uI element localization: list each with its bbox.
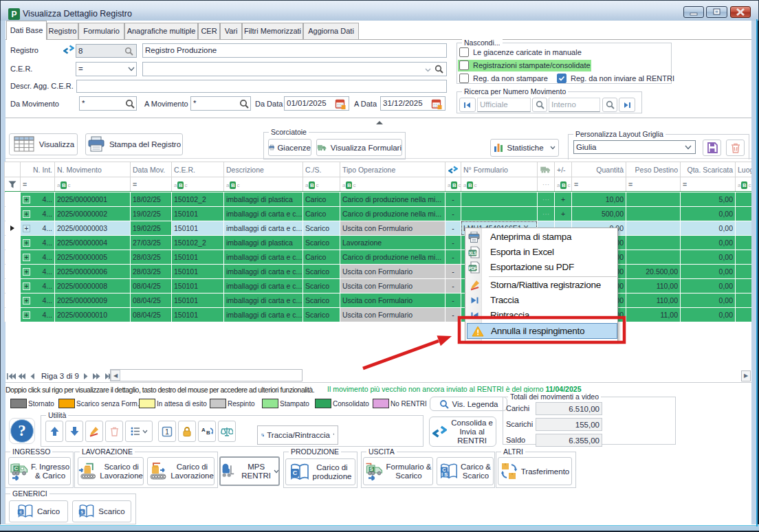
svg-text:P: P [11, 10, 16, 19]
svg-text:S: S [369, 467, 373, 472]
svg-text:B: B [206, 430, 210, 436]
svg-text:1: 1 [165, 428, 169, 436]
svg-text:PDF: PDF [468, 266, 476, 271]
svg-text:S: S [444, 471, 448, 477]
svg-text:s: s [81, 509, 84, 515]
svg-text:XLS: XLS [469, 251, 478, 256]
svg-text:C: C [14, 465, 19, 472]
svg-text:A: A [201, 427, 206, 433]
svg-text:C: C [292, 469, 297, 476]
svg-text:c: c [19, 509, 22, 515]
